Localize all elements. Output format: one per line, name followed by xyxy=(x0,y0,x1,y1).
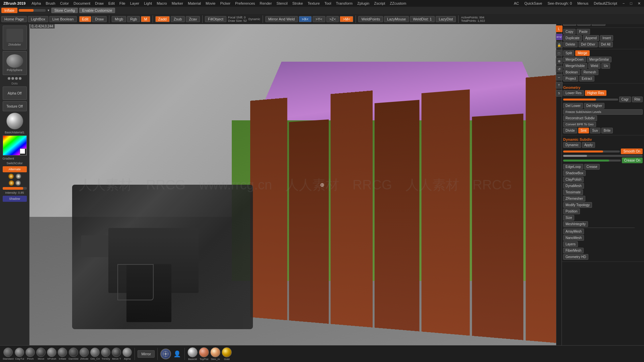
rite-btn[interactable]: Rite xyxy=(632,97,643,102)
duplicate-btn[interactable]: Duplicate xyxy=(563,35,582,41)
higher-res-btn[interactable]: Higher Res xyxy=(585,90,606,96)
menu-render[interactable]: Render xyxy=(258,1,274,6)
polysphere-tool[interactable]: PolySphere xyxy=(3,51,27,75)
brush-orbcri[interactable]: Orb_Cri xyxy=(90,348,100,360)
quick-save-btn[interactable]: QuickSave xyxy=(522,1,544,6)
del-lower-btn[interactable]: Del Lower xyxy=(563,103,583,109)
inflate-btn[interactable]: Inflate xyxy=(1,8,17,13)
brush-zmode[interactable]: ZMode xyxy=(79,348,89,360)
menu-texture[interactable]: Texture xyxy=(306,1,322,6)
merge-similar-btn[interactable]: MergeSimilar xyxy=(587,57,611,62)
size-btn[interactable]: Size xyxy=(563,215,574,221)
zmodeler-tool[interactable]: ZModeler xyxy=(3,25,27,50)
default-script-btn[interactable]: DefaultZScript xyxy=(592,1,619,6)
brush-alpha[interactable]: Alpha xyxy=(122,348,132,360)
draw-btn[interactable]: Draw xyxy=(92,16,107,22)
window-maximize[interactable]: □ xyxy=(628,1,634,6)
brush-damstd[interactable]: DamStd xyxy=(68,348,78,360)
rotate-icon[interactable]: ↺ xyxy=(556,66,562,72)
menu-light[interactable]: Light xyxy=(142,1,154,6)
project-btn[interactable]: Project xyxy=(563,76,578,81)
dynamic-slider-3[interactable] xyxy=(563,160,621,162)
transp-icon[interactable]: T xyxy=(556,82,562,88)
dynamic-btn[interactable]: Dynamic xyxy=(563,142,581,148)
extract-btn[interactable]: Extract xyxy=(579,76,594,81)
weld-btn[interactable]: Weld xyxy=(588,63,601,69)
lsym-icon[interactable]: L xyxy=(556,25,562,32)
split-btn[interactable]: Split xyxy=(563,50,574,56)
pz-btn[interactable]: >Z< xyxy=(326,16,339,22)
window-close[interactable]: ✕ xyxy=(636,1,643,6)
menu-stroke[interactable]: Stroke xyxy=(290,1,305,6)
color-picker[interactable] xyxy=(3,135,27,156)
del-other-btn[interactable]: Del Other xyxy=(579,42,598,47)
lower-res-btn[interactable]: Lower Res xyxy=(563,90,584,96)
boolean-btn[interactable]: Boolean xyxy=(563,69,580,75)
menu-tool[interactable]: Tool xyxy=(322,1,333,6)
geometry-hd-btn[interactable]: Geometry HD xyxy=(563,254,588,260)
crease-on-btn[interactable]: Crease On xyxy=(622,158,643,163)
scale-icon[interactable]: ↔ xyxy=(556,74,562,80)
home-page-btn[interactable]: Home Page xyxy=(1,16,27,22)
weld-dist-btn[interactable]: WeldDist: 1 xyxy=(410,16,435,22)
enable-customize-btn[interactable]: Enable Customize xyxy=(79,8,115,13)
reconstruct-subdiv-btn[interactable]: Reconstruct Subdiv xyxy=(563,115,597,121)
smt-btn[interactable]: Smt xyxy=(578,128,589,133)
position-btn[interactable]: Position xyxy=(563,208,580,214)
xyz-icon[interactable]: XYZ xyxy=(556,34,562,40)
merge-visible-btn[interactable]: MergeVisible xyxy=(563,63,587,69)
brush-standard[interactable]: Standard xyxy=(3,348,13,360)
brush-movet[interactable]: Move T xyxy=(112,348,121,360)
material-sphere[interactable] xyxy=(6,113,23,129)
cagr-btn[interactable]: Cagr xyxy=(619,97,631,102)
human-figure-icon[interactable]: 👤 xyxy=(172,349,182,359)
menu-edit[interactable]: Edit xyxy=(106,1,117,6)
light-icon-1[interactable] xyxy=(8,174,14,179)
mat-skinm[interactable]: Skin_m xyxy=(210,347,220,361)
del-all-btn[interactable]: Del All xyxy=(599,42,613,47)
dynamic-subdiv-title[interactable]: Dynamic Subdiv xyxy=(563,136,643,142)
insert-btn[interactable]: Insert xyxy=(600,35,613,41)
tessimate-btn[interactable]: Tessimate xyxy=(563,189,583,195)
edge-loop-btn[interactable]: EdgeLoop xyxy=(563,164,583,170)
store-config-btn[interactable]: Store Config xyxy=(51,8,78,13)
move-icon[interactable]: ⊕ xyxy=(556,58,562,64)
menu-transform[interactable]: Transform xyxy=(334,1,355,6)
smooth-on-btn[interactable]: Smooth On xyxy=(621,148,643,154)
window-minimize[interactable]: − xyxy=(621,1,627,6)
mrgb-btn[interactable]: Mrgb xyxy=(112,16,126,22)
paste-btn[interactable]: Paste xyxy=(577,29,590,35)
dynamic-slider-1[interactable] xyxy=(563,150,620,153)
menu-stencil[interactable]: Stencil xyxy=(274,1,289,6)
alpha-off-btn[interactable]: Alpha Off xyxy=(3,86,27,100)
nano-mesh-btn[interactable]: NanoMesh xyxy=(563,235,584,241)
merge-btn[interactable]: Merge xyxy=(575,50,589,56)
live-boolean-btn[interactable]: Live Boolean xyxy=(49,16,77,22)
shadow-btn[interactable]: Shadow xyxy=(3,196,27,202)
crease-btn[interactable]: Crease xyxy=(584,164,600,170)
lazy-mouse-btn[interactable]: LazyMouse xyxy=(384,16,409,22)
solo-icon[interactable]: S xyxy=(556,90,562,97)
zadd-btn[interactable]: Zadd xyxy=(155,16,170,22)
frame-icon[interactable]: □ xyxy=(556,50,562,56)
divide-btn[interactable]: Divide xyxy=(563,128,577,133)
light-icon-4[interactable] xyxy=(15,180,21,186)
convert-bpr-btn[interactable]: Convert BPR To Geo xyxy=(563,122,596,127)
menu-layer[interactable]: Layer xyxy=(128,1,142,6)
layers-btn[interactable]: Layers xyxy=(563,241,578,247)
menu-file[interactable]: File xyxy=(117,1,127,6)
menus-btn[interactable]: Menus xyxy=(575,1,590,6)
brush-inflate[interactable]: Inflate xyxy=(58,348,67,360)
brite-btn[interactable]: Brite xyxy=(601,128,613,133)
menu-material[interactable]: Material xyxy=(186,1,203,6)
uv-btn[interactable]: Uv xyxy=(601,63,610,69)
array-mesh-btn[interactable]: ArrayMesh xyxy=(563,229,584,234)
menu-preferences[interactable]: Preferences xyxy=(233,1,257,6)
menu-zplugin[interactable]: Zplugin xyxy=(355,1,371,6)
remesh-btn[interactable]: Remesh xyxy=(581,69,598,75)
del-higher-btn[interactable]: Del Higher xyxy=(584,103,604,109)
py-btn[interactable]: >Y< xyxy=(313,16,325,22)
menu-macro[interactable]: Macro xyxy=(155,1,169,6)
menu-movie[interactable]: Movie xyxy=(204,1,217,6)
menu-brush[interactable]: Brush xyxy=(44,1,57,6)
